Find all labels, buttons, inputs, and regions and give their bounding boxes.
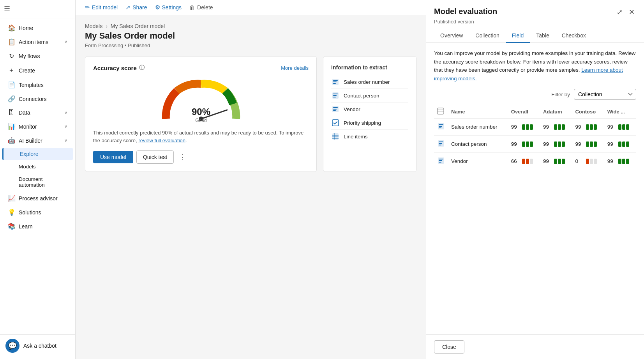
filter-select[interactable]: Collection All Adatum Contoso Wide World <box>574 89 636 100</box>
tab-checkbox[interactable]: Checkbox <box>556 29 592 43</box>
sidebar-item-my-flows[interactable]: ↻ My flows <box>2 49 73 63</box>
tab-table[interactable]: Table <box>530 29 555 43</box>
sidebar-item-label: Action items <box>19 39 48 45</box>
delete-button[interactable]: 🗑 Delete <box>189 4 213 11</box>
quick-test-button[interactable]: Quick test <box>136 150 174 164</box>
process-advisor-icon: 📈 <box>8 195 15 202</box>
breadcrumb: Models › My Sales Order model <box>85 23 416 29</box>
panel-header: Model evaluation ⤢ ✕ Published version O… <box>426 0 644 43</box>
col-overall: Overall <box>508 105 540 118</box>
share-icon: ↗ <box>125 4 131 11</box>
close-panel-button[interactable]: ✕ <box>627 7 636 17</box>
tab-collection[interactable]: Collection <box>469 29 505 43</box>
sidebar-item-data[interactable]: 🗄 Data ∨ <box>2 106 73 119</box>
info-item-priority-shipping: Priority shipping <box>331 116 408 130</box>
bar-3 <box>530 159 533 164</box>
info-label-line-items: Line items <box>344 134 368 140</box>
sidebar-item-ai-builder[interactable]: 🤖 AI Builder ∨ <box>2 134 73 147</box>
svg-rect-7 <box>333 97 336 97</box>
create-icon: ＋ <box>8 66 15 74</box>
home-icon: 🏠 <box>8 24 15 32</box>
more-details-link[interactable]: More details <box>281 65 309 71</box>
row-icon-col <box>434 118 448 136</box>
sidebar-item-label: AI Builder <box>19 138 42 144</box>
breadcrumb-parent[interactable]: Models <box>85 23 102 29</box>
sidebar-item-templates[interactable]: 📄 Templates <box>2 78 73 92</box>
score-overall: 66 <box>511 158 537 164</box>
sidebar-item-action-items[interactable]: 📋 Action items ∨ <box>2 35 73 49</box>
col-adatum: Adatum <box>540 105 572 118</box>
info-card-title: Information to extract <box>331 64 408 71</box>
gauge-rating-text: Good <box>195 118 206 123</box>
expand-panel-button[interactable]: ⤢ <box>615 7 624 17</box>
menu-icon[interactable]: ☰ <box>4 5 10 13</box>
bar-2 <box>526 124 529 130</box>
settings-button[interactable]: ⚙ Settings <box>155 4 182 11</box>
use-model-button[interactable]: Use model <box>93 151 133 163</box>
checkbox-icon-priority <box>331 118 340 127</box>
bar-2 <box>590 124 593 130</box>
sidebar-item-create[interactable]: ＋ Create <box>2 63 73 78</box>
sidebar-item-monitor[interactable]: 📊 Monitor ∨ <box>2 120 73 133</box>
score-num: 99 <box>607 158 616 164</box>
bar-1 <box>618 124 621 130</box>
chatbot-button[interactable]: 💬 <box>5 339 19 353</box>
bar-1 <box>586 159 589 164</box>
panel-footer: Close <box>426 334 644 359</box>
close-button[interactable]: Close <box>434 340 464 354</box>
sidebar-item-process-advisor[interactable]: 📈 Process advisor <box>2 191 73 205</box>
chevron-icon: ∨ <box>64 39 67 44</box>
sidebar-item-connectors[interactable]: 🔗 Connectors <box>2 92 73 106</box>
bar-3 <box>626 159 629 164</box>
score-overall: 99 <box>511 141 537 147</box>
sidebar-item-explore[interactable]: Explore <box>2 148 73 160</box>
row-overall-col: 99 <box>508 136 540 153</box>
evaluation-table: Name Overall Adatum Contoso Wide ... Sal… <box>434 105 636 170</box>
sidebar-item-learn[interactable]: 📚 Learn <box>2 219 73 233</box>
sidebar-item-home[interactable]: 🏠 Home <box>2 21 73 35</box>
bar-1 <box>522 141 525 147</box>
field-icon-vendor <box>331 105 340 113</box>
info-label-priority-shipping: Priority shipping <box>344 120 381 126</box>
review-link[interactable]: review full evaluation <box>138 138 185 143</box>
sidebar-item-document-automation[interactable]: Document automation <box>2 173 73 191</box>
accuracy-score-label: Accuracy score <box>93 65 137 71</box>
row-adatum-col: 99 <box>540 118 572 136</box>
gauge-chart: 90% Good <box>93 76 309 127</box>
sidebar-bottom: 💬 Ask a chatbot <box>0 334 75 359</box>
data-icon: 🗄 <box>8 109 15 116</box>
score-num: 66 <box>511 158 520 164</box>
score-adatum: 99 <box>543 124 569 130</box>
info-card: Information to extract Sales order numbe… <box>323 56 416 172</box>
bar-2 <box>526 159 529 164</box>
edit-model-button[interactable]: ✏ Edit model <box>85 4 118 11</box>
more-options-button[interactable]: ⋮ <box>177 151 189 163</box>
score-num: 99 <box>543 141 552 147</box>
sidebar-item-label: Solutions <box>19 209 41 216</box>
sidebar-item-solutions[interactable]: 💡 Solutions <box>2 205 73 219</box>
row-overall-col: 66 <box>508 153 540 170</box>
score-bars-orange <box>522 159 533 164</box>
row-contoso-col: 0 <box>572 153 604 170</box>
bar-3 <box>594 159 597 164</box>
svg-rect-27 <box>439 143 442 144</box>
tab-overview[interactable]: Overview <box>434 29 469 43</box>
svg-rect-10 <box>333 109 337 110</box>
filter-label: Filter by <box>551 92 570 97</box>
tab-field[interactable]: Field <box>506 29 530 43</box>
bar-2 <box>558 124 561 130</box>
svg-rect-1 <box>333 80 338 81</box>
sidebar: ☰ 🏠 Home 📋 Action items ∨ ↻ My flows ＋ C… <box>0 0 76 359</box>
right-panel: Model evaluation ⤢ ✕ Published version O… <box>426 0 644 359</box>
sidebar-item-models[interactable]: Models <box>2 161 73 173</box>
info-label-sales-order: Sales order number <box>344 79 390 85</box>
sidebar-top: ☰ <box>0 0 75 18</box>
row-wide-col: 99 <box>604 153 636 170</box>
svg-rect-23 <box>439 126 442 127</box>
chevron-icon: ∨ <box>64 110 67 115</box>
score-bars-green <box>522 141 533 147</box>
share-button[interactable]: ↗ Share <box>125 4 147 11</box>
gauge-svg: 90% Good <box>158 76 244 127</box>
card-header: Accuracy score ⓘ More details <box>93 64 309 71</box>
table-icon-line-items <box>331 132 340 141</box>
